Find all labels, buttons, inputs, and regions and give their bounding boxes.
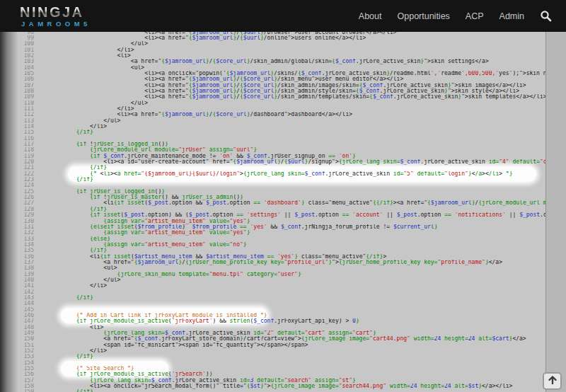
- line-content: {jrCore_module_url module="jrUser" assig…: [35, 147, 257, 153]
- line-number: 158: [0, 384, 34, 389]
- line-content: {if isset($_post.option) && ($_post.opti…: [35, 212, 566, 218]
- line-number: 109: [0, 94, 34, 100]
- line-number: 139: [0, 272, 34, 277]
- search-icon[interactable]: [540, 10, 552, 22]
- code-line: 134 {assign var="artist_menu_item" value…: [0, 242, 566, 248]
- line-content: {/if}: [35, 177, 93, 183]
- scroll-to-top-button[interactable]: [543, 372, 562, 390]
- line-number: 116: [0, 136, 34, 142]
- line-number: 123: [0, 177, 34, 183]
- code-line: 151 <span id="fc_minicart"><span id="fc_…: [0, 342, 566, 348]
- nav-item-opportunities[interactable]: Opportunities: [398, 11, 450, 21]
- line-number: 140: [0, 277, 34, 283]
- line-number: 102: [0, 53, 34, 59]
- code-line: 123 {/if}: [0, 177, 566, 183]
- code-line: 137 <a href="{$jamroom_url}/{jrUser_home…: [0, 260, 566, 265]
- line-content: {/if}: [35, 389, 93, 392]
- code-viewer[interactable]: 98 <li><a href="{$jamroom_url}/{$uurl}/b…: [0, 30, 566, 392]
- line-number: 114: [0, 124, 34, 129]
- line-content: </li>: [35, 106, 134, 112]
- line-number: 134: [0, 242, 34, 248]
- line-number: 105: [0, 71, 34, 76]
- code-line: 103 <a href="{$jamroom_url}/{$core_url}/…: [0, 59, 566, 64]
- code-line: 116: [0, 136, 566, 142]
- line-number: 159: [0, 389, 34, 392]
- code-line: 100 </ul>: [0, 41, 566, 47]
- right-margin-band: [545, 32, 566, 392]
- code-line: 148 <li>: [0, 325, 566, 330]
- line-content: <li>: [35, 53, 131, 59]
- code-line: 112 <li><a href="{$jamroom_url}/{$core_u…: [0, 112, 566, 117]
- line-number: 99: [0, 35, 34, 41]
- code-line: 127 <li{if isset($_post.option && $_post…: [0, 200, 566, 206]
- line-content: <ul>: [35, 65, 144, 71]
- code-line: 135 {/if}: [0, 248, 566, 253]
- code-line: 110 </ul>: [0, 100, 566, 106]
- line-number: 127: [0, 200, 34, 206]
- code-rows: 98 <li><a href="{$jamroom_url}/{$uurl}/b…: [0, 30, 566, 392]
- line-number: 130: [0, 219, 34, 224]
- line-number: 153: [0, 354, 34, 359]
- line-content: {assign var="artist_menu_item" value="ye…: [35, 230, 250, 236]
- line-number: 119: [0, 154, 34, 159]
- code-line: 139 {jrCore_skin_menu template="menu.tpl…: [0, 272, 566, 277]
- line-content: </li>: [35, 47, 134, 53]
- code-line: 102 <li>: [0, 53, 566, 59]
- code-line: 144: [0, 301, 566, 306]
- nav-item-admin[interactable]: Admin: [499, 11, 524, 21]
- line-content: <li><a href="{$jamroom_url}/{$uurl}/onli…: [35, 35, 366, 41]
- line-number: 141: [0, 283, 34, 289]
- code-line: 119 {if $_conf.jrCore_maintenance_mode !…: [0, 154, 566, 159]
- code-line: 114 </li>: [0, 124, 566, 129]
- code-line: 150 <a href="{$_conf.jrFoxyCart_store_do…: [0, 336, 566, 342]
- line-content: {if !jrUser_is_master() && jrUser_is_adm…: [35, 195, 243, 200]
- nav-item-acp[interactable]: ACP: [466, 11, 484, 21]
- line-content: <li><a href="{$jamroom_url}/{$core_url}/…: [35, 94, 547, 100]
- line-number: 118: [0, 147, 34, 153]
- code-line: 118 {jrCore_module_url module="jrUser" a…: [0, 147, 566, 153]
- code-line: 147 {if jrCore_module_is_active('jrFoxyC…: [0, 318, 566, 324]
- line-content: <a href="{$jamroom_url}/{$core_url}/skin…: [35, 59, 489, 64]
- line-content: {if $_conf.jrCore_maintenance_mode != 'o…: [35, 154, 356, 159]
- code-line: 154: [0, 360, 566, 366]
- line-content: {* Site Search *}: [35, 366, 134, 371]
- line-content: </li>: [35, 348, 107, 354]
- code-line: 105 <li><a onclick="popwin('{$jamroom_ur…: [0, 71, 566, 76]
- site-logo[interactable]: NINGJA JAMROOM5: [20, 5, 91, 28]
- line-number: 111: [0, 106, 34, 112]
- code-line: 128 {/if}: [0, 207, 566, 212]
- line-number: 101: [0, 47, 34, 53]
- line-number: 152: [0, 348, 34, 354]
- code-line: 122 {* <li><a href="{$jamroom_url}{$uurl…: [0, 171, 566, 177]
- code-line: 157 {jrCore_lang skin=$_conf.jrCore_acti…: [0, 378, 566, 384]
- main-nav: About Opportunities ACP Admin: [359, 10, 552, 22]
- line-number: 138: [0, 265, 34, 271]
- code-line: 155 {* Site Search *}: [0, 366, 566, 371]
- line-content: <a href="{$jamroom_url}/{jrUser_home_pro…: [35, 260, 502, 265]
- line-number: 157: [0, 378, 34, 384]
- line-content: {if !jrUser_is_logged_in()}: [35, 142, 168, 147]
- line-number: 147: [0, 318, 34, 324]
- code-line: 115 {/if}: [0, 129, 566, 135]
- line-content: {jrCore_lang skin=$_conf.jrCore_active_s…: [35, 330, 376, 336]
- code-line: 129 {if isset($_post.option) && ($_post.…: [0, 212, 566, 218]
- line-content: {/if}: [35, 354, 93, 359]
- line-number: 100: [0, 41, 34, 47]
- line-content: <li{if isset($_post.option && $_post.opt…: [35, 200, 566, 206]
- code-line: 104 <ul>: [0, 65, 566, 71]
- line-content: <li><a href="{$jamroom_url}/{$core_url}/…: [35, 76, 403, 82]
- line-content: {elseif isset($from_profile) $from_profi…: [35, 224, 438, 230]
- code-line: 142: [0, 289, 566, 295]
- line-content: <li><a href="{$jamroom_url}/{$core_url}/…: [35, 88, 519, 94]
- line-number: 125: [0, 189, 34, 195]
- line-number: 154: [0, 360, 34, 366]
- nav-item-about[interactable]: About: [359, 11, 382, 21]
- line-content: <li><a href="{$jamroom_url}/{$core_url}/…: [35, 83, 526, 88]
- line-content: </ul>: [35, 41, 148, 47]
- code-line: 117 {if !jrUser_is_logged_in()}: [0, 142, 566, 147]
- line-number: 145: [0, 307, 34, 313]
- line-number: 110: [0, 100, 34, 106]
- line-number: 149: [0, 330, 34, 336]
- line-number: 121: [0, 165, 34, 171]
- code-line: 113 </ul>: [0, 118, 566, 124]
